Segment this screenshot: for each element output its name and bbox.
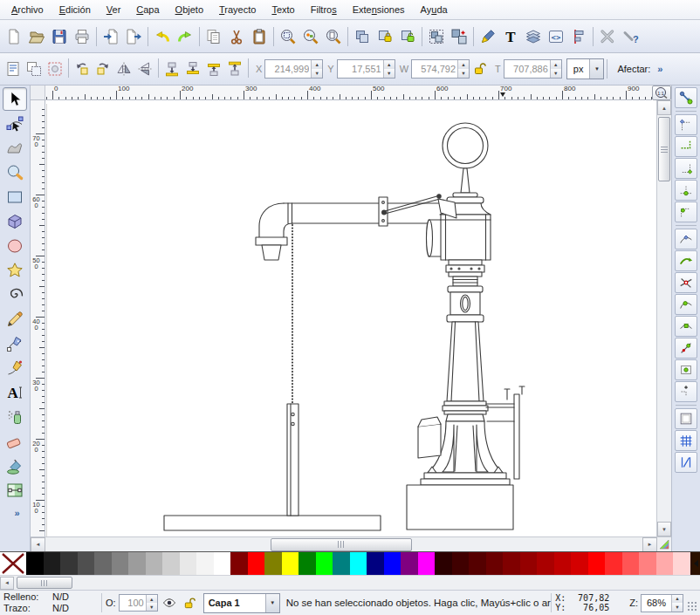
- snap-bbox-edge-midpoints-button[interactable]: [675, 180, 697, 201]
- vertical-ruler[interactable]: 700600500400300200100: [31, 100, 45, 536]
- tool-eraser[interactable]: [3, 429, 27, 453]
- preferences-button[interactable]: [596, 25, 619, 48]
- palette-swatch[interactable]: [333, 552, 350, 575]
- tool-selector[interactable]: [3, 87, 27, 111]
- cut-button[interactable]: [225, 25, 248, 48]
- palette-swatch[interactable]: [196, 552, 214, 575]
- snap-bbox-edges-button[interactable]: [675, 136, 697, 157]
- zoom-drawing-button[interactable]: [299, 25, 322, 48]
- scroll-down-button[interactable]: [657, 522, 671, 536]
- raise-to-top-button[interactable]: [224, 58, 245, 79]
- layers-dialog-button[interactable]: [522, 25, 545, 48]
- palette-swatch[interactable]: [230, 552, 248, 575]
- snap-smooth-nodes-button[interactable]: [675, 316, 697, 337]
- palette-swatch[interactable]: [554, 552, 572, 575]
- select-all-layers-button[interactable]: [24, 58, 45, 79]
- lock-ratio-toggle[interactable]: [470, 58, 491, 79]
- tool-tweak[interactable]: [3, 136, 27, 160]
- vertical-scroll-track[interactable]: [657, 183, 671, 522]
- menu-edicion[interactable]: Edición: [51, 2, 99, 17]
- menu-trayecto[interactable]: Trayecto: [211, 2, 264, 17]
- menu-ver[interactable]: Ver: [99, 2, 129, 17]
- duplicate-button[interactable]: [351, 25, 374, 48]
- rotate-ccw-button[interactable]: [72, 58, 93, 79]
- flip-vertical-button[interactable]: [134, 58, 155, 79]
- snap-bbox-corners-button[interactable]: [675, 158, 697, 179]
- snap-page-border-button[interactable]: [675, 408, 697, 429]
- palette-swatch[interactable]: [401, 552, 418, 575]
- horizontal-scroll-thumb[interactable]: [271, 538, 412, 551]
- palette-swatch[interactable]: [384, 552, 401, 575]
- height-spinner[interactable]: [550, 60, 561, 78]
- width-input[interactable]: [412, 60, 457, 78]
- scroll-left-button[interactable]: [31, 537, 45, 552]
- zoom-spinner[interactable]: [671, 595, 683, 612]
- tool-box-3d[interactable]: [3, 209, 27, 233]
- menu-ayuda[interactable]: Ayuda: [413, 2, 456, 17]
- palette-swatch[interactable]: [656, 552, 674, 575]
- tool-pencil[interactable]: [3, 307, 27, 331]
- tool-text-tool[interactable]: A: [3, 380, 27, 404]
- palette-swatch[interactable]: [622, 552, 640, 575]
- palette-swatch[interactable]: [469, 552, 486, 575]
- snap-rotation-centers-button[interactable]: [675, 381, 697, 402]
- unit-select[interactable]: px: [566, 58, 605, 79]
- fill-stroke-indicator[interactable]: Relleno: N/D Trazo: N/D: [0, 591, 98, 614]
- copy-button[interactable]: [202, 25, 225, 48]
- snap-nodes-button[interactable]: [675, 229, 697, 249]
- save-button[interactable]: [48, 25, 71, 48]
- zoom-input[interactable]: [642, 595, 671, 612]
- paste-button[interactable]: [248, 25, 271, 48]
- palette-scroll-left-button[interactable]: [0, 577, 14, 590]
- palette-swatch[interactable]: [452, 552, 470, 575]
- x-input[interactable]: [265, 60, 311, 78]
- vertical-scrollbar[interactable]: [656, 100, 671, 536]
- horizontal-ruler[interactable]: 0100200300400500600700800900: [45, 85, 652, 100]
- toolbar-overflow-chevron[interactable]: »: [657, 64, 662, 74]
- palette-swatch[interactable]: [486, 552, 504, 575]
- palette-swatch[interactable]: [112, 552, 129, 575]
- y-input[interactable]: [338, 60, 383, 78]
- palette-swatch[interactable]: [78, 552, 95, 575]
- palette-swatch[interactable]: [146, 552, 163, 575]
- menu-filtros[interactable]: Filtros: [303, 2, 345, 17]
- zoom-1-1-button[interactable]: 1:1: [652, 85, 671, 100]
- lower-button[interactable]: [182, 58, 203, 79]
- tool-bezier-pen[interactable]: [3, 331, 27, 355]
- snap-paths-button[interactable]: [675, 250, 697, 271]
- height-input[interactable]: [504, 60, 550, 78]
- select-all-button[interactable]: [3, 58, 24, 79]
- palette-swatch[interactable]: [639, 552, 656, 575]
- tool-ellipse[interactable]: [3, 234, 27, 257]
- snap-line-midpoints-button[interactable]: [675, 338, 697, 359]
- palette-swatch[interactable]: [435, 552, 452, 575]
- palette-swatch[interactable]: [128, 552, 146, 575]
- palette-swatch[interactable]: [520, 552, 538, 575]
- window-resize-grip[interactable]: [687, 601, 698, 612]
- clone-button[interactable]: [374, 25, 396, 48]
- palette-swatch[interactable]: [537, 552, 554, 575]
- redo-button[interactable]: [174, 25, 196, 48]
- lower-to-bottom-button[interactable]: [161, 58, 182, 79]
- xml-editor-button[interactable]: <>: [545, 25, 567, 48]
- palette-swatch[interactable]: [571, 552, 588, 575]
- x-spinner[interactable]: [311, 60, 322, 78]
- palette-swatch[interactable]: [605, 552, 622, 575]
- scroll-up-button[interactable]: [657, 100, 671, 115]
- palette-swatch[interactable]: [588, 552, 606, 575]
- tool-calligraphy[interactable]: [3, 356, 27, 379]
- palette-swatch[interactable]: [94, 552, 112, 575]
- layer-lock-toggle[interactable]: [181, 593, 200, 612]
- palette-scroll-arrow-icon[interactable]: [694, 560, 698, 567]
- group-button[interactable]: [425, 25, 448, 48]
- y-spinner[interactable]: [383, 60, 395, 78]
- tool-gradient-tool[interactable]: [3, 478, 27, 502]
- zoom-selection-button[interactable]: [277, 25, 299, 48]
- open-folder-button[interactable]: [25, 25, 48, 48]
- menu-objeto[interactable]: Objeto: [168, 2, 211, 17]
- deselect-button[interactable]: [45, 58, 65, 79]
- palette-swatch[interactable]: [264, 552, 282, 575]
- palette-swatch[interactable]: [60, 552, 78, 575]
- tool-spray[interactable]: [3, 405, 27, 428]
- vertical-scroll-thumb[interactable]: [658, 117, 670, 181]
